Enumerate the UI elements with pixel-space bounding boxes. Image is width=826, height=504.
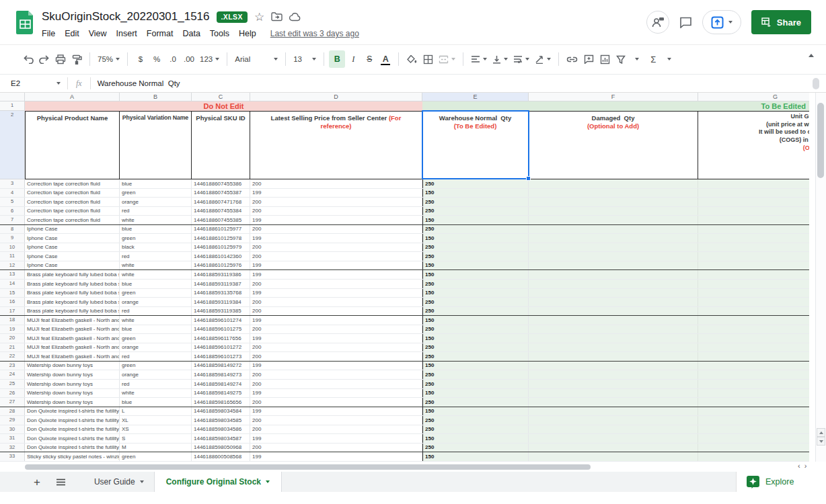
tab-menu-caret[interactable] [266,480,270,483]
cell-damaged-qty[interactable] [529,316,698,325]
cell-unit-guide-price[interactable] [698,307,809,316]
cell-unit-guide-price[interactable] [698,207,809,216]
cell-variation[interactable]: white [120,261,192,270]
cell-damaged-qty[interactable] [529,452,698,461]
explore-button[interactable]: Explore [736,472,826,492]
merge-cells-icon[interactable] [436,50,458,68]
row-number[interactable]: 19 [0,325,25,334]
cell-unit-guide-price[interactable] [698,416,809,425]
cell-sku[interactable]: 1446188607455387 [192,189,250,198]
column-header-e[interactable]: E [422,93,529,101]
cell-damaged-qty[interactable] [529,370,698,379]
print-icon[interactable] [52,50,69,68]
cell-product-name[interactable]: Don Quixote inspired t-shirts the futili… [25,416,120,425]
cell-warehouse-qty[interactable]: 150 [422,189,529,198]
cell-variation[interactable]: XS [120,425,192,434]
cell-price[interactable]: 200 [250,252,422,261]
cell-variation[interactable]: red [120,307,192,316]
name-box-caret[interactable] [57,82,61,85]
cell-product-name[interactable]: Watership down bunny toys [25,362,120,370]
text-wrap-icon[interactable] [511,50,532,68]
cell-unit-guide-price[interactable] [698,225,809,234]
row-number[interactable]: 2 [0,111,25,179]
cell-warehouse-qty[interactable]: 250 [422,444,529,452]
cell-variation[interactable]: white [120,270,192,279]
cell-damaged-qty[interactable] [529,270,698,279]
cell-price[interactable]: 200 [250,280,422,288]
cell-product-name[interactable]: Correction tape correction fluid [25,207,120,216]
insert-link-icon[interactable] [564,50,580,68]
cell-warehouse-qty[interactable]: 250 [422,243,529,252]
row-number[interactable]: 27 [0,398,25,407]
filter-icon[interactable] [613,50,629,68]
cell-sku[interactable]: 1446188610125977 [192,225,250,234]
cell-warehouse-qty[interactable]: 250 [422,225,529,234]
header-unit-guide-price[interactable]: Unit Guide Purchase(unit price at which … [698,111,809,179]
cell-product-name[interactable]: Watership down bunny toys [25,380,120,388]
filter-views-caret[interactable] [629,50,645,68]
cell-unit-guide-price[interactable] [698,370,809,379]
header-damaged-qty[interactable]: Damaged Qty (Optional to Add) [529,111,698,179]
cell-damaged-qty[interactable] [529,362,698,370]
cell-variation[interactable]: white [120,316,192,325]
cell-price[interactable]: 200 [250,425,422,434]
cell-warehouse-qty[interactable]: 250 [422,425,529,434]
text-color-button[interactable]: A [377,50,393,68]
cell-unit-guide-price[interactable] [698,398,809,407]
cell-damaged-qty[interactable] [529,207,698,216]
cell-warehouse-qty[interactable]: 150 [422,389,529,398]
cell-variation[interactable]: S [120,434,192,443]
present-button[interactable] [702,10,741,34]
cell-sku[interactable]: 1446188607471768 [192,198,250,206]
row-number[interactable]: 6 [0,207,25,216]
cell-price[interactable]: 200 [250,325,422,334]
cell-unit-guide-price[interactable] [698,261,809,270]
cell-damaged-qty[interactable] [529,198,698,206]
cell-product-name[interactable]: Correction tape correction fluid [25,198,120,206]
cell-unit-guide-price[interactable] [698,352,809,361]
cell-price[interactable]: 199 [250,434,422,443]
cell-sku[interactable]: 1446188598034587 [192,434,250,443]
row-number[interactable]: 22 [0,352,25,361]
cell-warehouse-qty[interactable]: 250 [422,207,529,216]
cell-price[interactable]: 199 [250,289,422,298]
cell-unit-guide-price[interactable] [698,434,809,443]
menu-item-tools[interactable]: Tools [205,28,234,40]
column-header-d[interactable]: D [250,93,422,101]
cell-product-name[interactable]: Brass plate keyboard fully lubed boba sw [25,289,120,298]
row-number[interactable]: 23 [0,362,25,370]
cell-unit-guide-price[interactable] [698,316,809,325]
insert-chart-icon[interactable] [597,50,613,68]
cell-product-name[interactable]: MUJI feat Elizabeth gaskell - North and … [25,334,120,343]
cell-warehouse-qty[interactable]: 150 [422,434,529,443]
sheets-logo-icon[interactable] [16,11,34,34]
cell-variation[interactable]: blue [120,325,192,334]
cell-product-name[interactable]: Iphone Case [25,225,120,234]
horizontal-scrollbar-thumb[interactable] [25,464,591,470]
comment-history-icon[interactable] [679,17,692,28]
cell-unit-guide-price[interactable] [698,234,809,243]
cell-damaged-qty[interactable] [529,179,698,188]
row-number[interactable]: 4 [0,189,25,198]
font-family-select[interactable]: Arial [232,50,280,68]
cell-warehouse-qty[interactable]: 250 [422,325,529,334]
font-size-select[interactable]: 13 [291,50,319,68]
editors-presence-icon[interactable] [646,11,669,34]
cell-product-name[interactable]: MUJI feat Elizabeth gaskell - North and … [25,316,120,325]
menu-item-edit[interactable]: Edit [60,28,84,40]
row-number[interactable]: 11 [0,252,25,261]
cell-product-name[interactable]: Watership down bunny toys [25,398,120,407]
cell-product-name[interactable]: Iphone Case [25,252,120,261]
redo-icon[interactable] [36,50,52,68]
present-dropdown-caret[interactable] [728,21,733,24]
cell-product-name[interactable]: MUJI feat Elizabeth gaskell - North and … [25,343,120,352]
tab-menu-caret[interactable] [140,480,144,483]
row-number[interactable]: 3 [0,179,25,188]
menu-item-format[interactable]: Format [142,28,178,40]
cell-price[interactable]: 199 [250,189,422,198]
cell-sku[interactable]: 1446188596117656 [192,334,250,343]
italic-button[interactable]: I [345,50,361,68]
cell-damaged-qty[interactable] [529,389,698,398]
cell-damaged-qty[interactable] [529,398,698,407]
row-number[interactable]: 1 [0,101,25,111]
